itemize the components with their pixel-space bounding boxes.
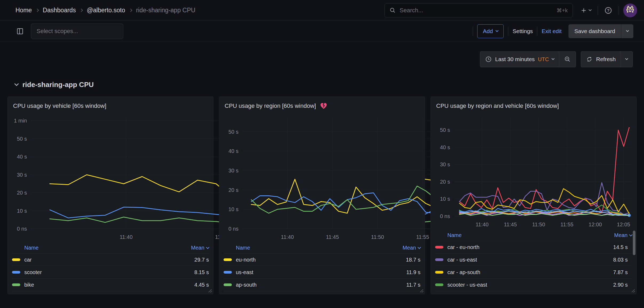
search-icon — [389, 7, 396, 14]
timeseries-chart[interactable]: 50 s40 s30 s20 s10 s0 ns11:4011:4511:501… — [431, 113, 636, 230]
x-axis-tick-label: 11:40 — [476, 222, 489, 227]
refresh-label: Refresh — [596, 56, 616, 62]
y-axis-tick-label: 10 s — [17, 208, 27, 214]
broken-heart-icon — [320, 102, 328, 110]
panel-header[interactable]: CPU usage by region and vehicle [60s win… — [431, 97, 636, 113]
x-axis-tick-label: 12:05 — [617, 222, 630, 227]
search-input[interactable]: Search... ⌘+k — [384, 3, 573, 17]
series-label: car - us-east — [447, 257, 477, 263]
select-scopes-input[interactable]: Select scopes... — [31, 23, 123, 39]
legend-row[interactable]: scooter - us-east2.90 s — [435, 278, 632, 291]
legend-header: NameMean — [435, 230, 632, 241]
legend-row[interactable]: eu-north18.7 s — [224, 253, 420, 266]
legend-row[interactable]: us-east11.9 s — [224, 266, 420, 278]
add-panel-button[interactable]: Add — [477, 24, 504, 38]
legend-row[interactable]: car29.7 s — [12, 253, 209, 266]
series-color-pill — [12, 283, 20, 286]
series-mean-value: 14.5 s — [613, 244, 632, 250]
dashboard-panel: CPU usage by region and vehicle [60s win… — [431, 97, 637, 294]
x-axis-tick-label: 11:45 — [326, 234, 339, 240]
legend-name-header[interactable]: Name — [24, 245, 38, 251]
refresh-interval-button[interactable] — [621, 52, 633, 67]
chevron-down-icon — [626, 29, 629, 32]
legend-row[interactable]: ap-south11.7 s — [224, 278, 420, 291]
legend-row[interactable]: scooter8.15 s — [12, 266, 209, 278]
timeseries-chart[interactable]: 50 s40 s30 s20 s10 s0 ns11:4011:4511:501… — [219, 113, 425, 242]
toolbar-divider — [508, 27, 508, 36]
panel-header[interactable]: CPU usage by region [60s window] — [219, 97, 425, 113]
series-label: car - eu-north — [447, 244, 479, 250]
legend-name-header[interactable]: Name — [236, 245, 250, 251]
time-range-group: Last 30 minutes UTC — [480, 51, 576, 67]
breadcrumb-user-folder[interactable]: @alberto.soto — [87, 7, 125, 14]
refresh-group: Refresh — [581, 51, 633, 67]
breadcrumb-current-dashboard: ride-sharing-app CPU — [136, 7, 195, 14]
panel-legend: NameMeancar29.7 sscooter8.15 sbike4.45 s — [8, 242, 213, 294]
legend-row[interactable]: bike4.45 s — [12, 278, 209, 291]
legend-mean-header-label: Mean — [403, 245, 416, 251]
breadcrumb-dashboards[interactable]: Dashboards — [43, 7, 76, 14]
series-mean-value: 7.87 s — [613, 269, 632, 275]
save-dashboard-options-button[interactable] — [621, 24, 633, 38]
legend-mean-header[interactable]: Mean — [614, 232, 632, 238]
legend-scrollbar-thumb[interactable] — [633, 231, 635, 255]
y-axis-tick-label: 0 ns — [440, 213, 450, 219]
y-axis-tick-label: 0 ns — [228, 226, 238, 232]
panel-title: CPU usage by region and vehicle [60s win… — [436, 102, 559, 109]
settings-button[interactable]: Settings — [512, 28, 533, 34]
user-avatar[interactable] — [623, 3, 637, 17]
help-button[interactable]: ? — [602, 4, 614, 17]
chevron-down-icon — [629, 233, 633, 236]
series-color-pill — [435, 258, 443, 261]
time-range-picker-button[interactable]: Last 30 minutes UTC — [480, 52, 559, 67]
timeseries-chart[interactable]: 1 min50 s40 s30 s20 s10 s0 ns11:4011:451… — [8, 113, 213, 242]
panel-legend: NameMeancar - eu-north14.5 scar - us-eas… — [431, 230, 636, 294]
timezone-label: UTC — [538, 56, 549, 62]
x-axis-tick-label: 11:55 — [560, 222, 574, 227]
pixel-invader-avatar-icon — [623, 3, 637, 17]
series-mean-value: 29.7 s — [194, 257, 209, 263]
toggle-scopes-pane-button[interactable] — [14, 25, 26, 37]
panel-resize-handle[interactable] — [630, 288, 635, 293]
refresh-button[interactable]: Refresh — [581, 52, 621, 67]
series-mean-value: 8.15 s — [194, 269, 209, 275]
clock-icon — [485, 56, 492, 63]
series-color-pill — [435, 246, 443, 248]
nav-divider — [598, 6, 598, 15]
legend-row[interactable]: car - ap-south7.87 s — [435, 266, 632, 278]
y-axis-tick-label: 50 s — [17, 136, 27, 142]
search-shortcut-hint: ⌘+k — [556, 7, 568, 14]
series-mean-value: 4.45 s — [194, 282, 209, 288]
panel-resize-handle[interactable] — [207, 288, 212, 293]
dashboard-row-header[interactable]: ride-sharing-app CPU — [0, 73, 644, 97]
legend-scrollbar[interactable] — [633, 231, 636, 292]
legend-row[interactable]: car - eu-north14.5 s — [435, 241, 632, 253]
time-controls-bar: Last 30 minutes UTC Refresh — [0, 51, 644, 67]
panel-header[interactable]: CPU usage by vehicle [60s window] — [8, 97, 213, 113]
series-color-pill — [12, 271, 20, 274]
legend-mean-header[interactable]: Mean — [403, 245, 420, 251]
toolbar-divider — [473, 27, 473, 36]
plus-icon — [580, 7, 587, 14]
select-scopes-placeholder: Select scopes... — [37, 28, 78, 35]
add-new-button[interactable] — [578, 5, 593, 16]
chart-svg: 50 s40 s30 s20 s10 s0 ns11:4011:4511:501… — [431, 113, 636, 230]
x-axis-tick-label: 11:40 — [120, 234, 133, 240]
y-axis-tick-label: 10 s — [228, 206, 238, 212]
panel-resize-handle[interactable] — [419, 288, 424, 293]
legend-mean-header[interactable]: Mean — [191, 245, 209, 251]
exit-edit-button[interactable]: Exit edit — [542, 28, 562, 34]
y-axis-tick-label: 10 s — [440, 196, 450, 202]
legend-name-header[interactable]: Name — [447, 232, 462, 238]
save-dashboard-button[interactable]: Save dashboard — [569, 24, 621, 38]
legend-row[interactable]: car - us-east8.03 s — [435, 253, 632, 266]
x-axis-tick-label: 11:50 — [371, 234, 384, 240]
breadcrumb-separator-icon — [129, 9, 132, 12]
series-color-pill — [224, 271, 232, 274]
panel-legend: NameMeaneu-north18.7 sus-east11.9 sap-so… — [219, 242, 425, 294]
zoom-out-time-button[interactable] — [559, 52, 576, 67]
breadcrumb-home[interactable]: Home — [15, 7, 32, 14]
chevron-down-icon — [552, 57, 555, 60]
series-color-pill — [12, 258, 20, 261]
series-label: scooter — [24, 269, 42, 275]
